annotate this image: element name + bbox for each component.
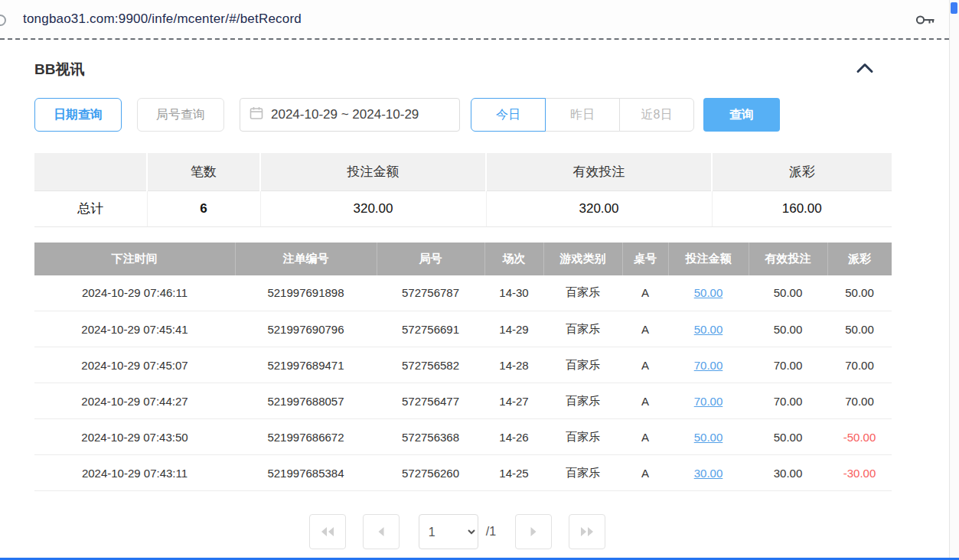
page-select[interactable]: 1 (419, 514, 478, 549)
table-no-cell: A (622, 383, 668, 419)
summary-bet-amount-value: 320.00 (260, 190, 486, 226)
valid-bet-cell: 50.00 (749, 419, 827, 455)
bet-time-cell: 2024-10-29 07:43:50 (34, 419, 235, 455)
bet-amount-link[interactable]: 50.00 (694, 286, 723, 299)
session-cell: 14-28 (484, 347, 543, 383)
bet-amount-link[interactable]: 70.00 (694, 395, 723, 408)
payout-cell: -30.00 (827, 455, 892, 491)
table-row: 2024-10-29 07:44:27521997688057572756477… (34, 383, 892, 419)
scrollbar-thumb[interactable] (951, 2, 957, 14)
table-row: 2024-10-29 07:43:11521997685384572756260… (34, 455, 892, 491)
bet-amount-link[interactable]: 30.00 (694, 467, 723, 480)
round-id-cell: 572756691 (377, 311, 484, 347)
url-text[interactable]: tongbao31.com:9900/infe/mcenter/#/betRec… (23, 11, 302, 27)
table-row: 2024-10-29 07:43:50521997686672572756368… (34, 419, 892, 455)
session-cell: 14-29 (484, 311, 543, 347)
quick-date-button-group: 今日 昨日 近8日 (471, 98, 694, 132)
session-cell: 14-26 (484, 419, 543, 455)
payout-cell: -50.00 (827, 419, 892, 455)
previous-page-button[interactable] (363, 514, 400, 549)
summary-header-bet-amount: 投注金额 (260, 153, 486, 190)
game-type-cell: 百家乐 (543, 383, 622, 419)
panel-header: BB视讯 (34, 60, 880, 80)
yesterday-button[interactable]: 昨日 (545, 98, 620, 132)
col-header-payout: 派彩 (827, 243, 892, 275)
last-page-button[interactable] (569, 514, 605, 549)
valid-bet-cell: 70.00 (749, 347, 827, 383)
bet-amount-cell: 30.00 (668, 455, 749, 491)
summary-header-payout: 派彩 (712, 153, 892, 190)
password-key-icon[interactable] (915, 15, 935, 28)
session-cell: 14-30 (484, 275, 543, 311)
payout-cell: 70.00 (827, 383, 892, 419)
first-page-button[interactable] (309, 514, 346, 549)
date-range-picker[interactable]: 2024-10-29 ~ 2024-10-29 (240, 98, 460, 132)
order-id-cell: 521997691898 (235, 275, 377, 311)
table-row: 2024-10-29 07:46:11521997691898572756787… (34, 275, 892, 311)
col-header-valid-bet: 有效投注 (749, 243, 827, 275)
valid-bet-cell: 50.00 (749, 311, 827, 347)
bet-amount-cell: 50.00 (668, 311, 749, 347)
game-type-cell: 百家乐 (543, 311, 622, 347)
summary-header-row: 笔数 投注金额 有效投注 派彩 (34, 153, 892, 190)
panel-title: BB视讯 (34, 60, 84, 80)
order-id-cell: 521997688057 (235, 383, 377, 419)
order-id-cell: 521997685384 (235, 455, 377, 491)
col-header-bet-amount: 投注金额 (668, 243, 749, 275)
today-button[interactable]: 今日 (471, 98, 546, 132)
round-id-cell: 572756582 (377, 347, 484, 383)
col-header-bet-time: 下注时间 (34, 243, 235, 275)
scrollbar[interactable] (949, 0, 959, 560)
clipped-favicon-icon (0, 15, 6, 26)
bet-time-cell: 2024-10-29 07:43:11 (34, 455, 235, 491)
valid-bet-cell: 50.00 (749, 275, 827, 311)
payout-cell: 50.00 (827, 311, 892, 347)
bet-amount-cell: 70.00 (668, 347, 749, 383)
bet-amount-cell: 70.00 (668, 383, 749, 419)
next-page-button[interactable] (515, 514, 552, 549)
browser-url-bar: tongbao31.com:9900/infe/mcenter/#/betRec… (0, 0, 949, 40)
game-type-cell: 百家乐 (543, 455, 622, 491)
bet-amount-cell: 50.00 (668, 275, 749, 311)
table-no-cell: A (622, 419, 668, 455)
summary-table: 笔数 投注金额 有效投注 派彩 总计 6 320.00 320.00 160.0… (34, 153, 892, 227)
date-query-tab[interactable]: 日期查询 (34, 98, 122, 132)
payout-cell: 50.00 (827, 275, 892, 311)
bet-time-cell: 2024-10-29 07:45:07 (34, 347, 235, 383)
table-row: 2024-10-29 07:45:41521997690796572756691… (34, 311, 892, 347)
search-button[interactable]: 查询 (703, 98, 780, 132)
col-header-order-id: 注单编号 (235, 243, 377, 275)
round-id-cell: 572756477 (377, 383, 484, 419)
game-type-cell: 百家乐 (543, 347, 622, 383)
table-no-cell: A (622, 455, 668, 491)
table-row: 2024-10-29 07:45:07521997689471572756582… (34, 347, 892, 383)
valid-bet-cell: 70.00 (749, 383, 827, 419)
calendar-icon (250, 106, 263, 124)
bet-time-cell: 2024-10-29 07:46:11 (34, 275, 235, 311)
bet-amount-link[interactable]: 50.00 (694, 323, 723, 336)
bet-table-body: 2024-10-29 07:46:11521997691898572756787… (34, 275, 892, 491)
last-8-days-button[interactable]: 近8日 (619, 98, 694, 132)
summary-valid-bet-value: 320.00 (486, 190, 712, 226)
bet-amount-link[interactable]: 50.00 (694, 431, 723, 444)
bet-amount-link[interactable]: 70.00 (694, 359, 723, 372)
order-id-cell: 521997690796 (235, 311, 377, 347)
round-id-cell: 572756787 (377, 275, 484, 311)
order-id-cell: 521997686672 (235, 419, 377, 455)
collapse-chevron-up-icon[interactable] (856, 63, 874, 77)
game-type-cell: 百家乐 (543, 419, 622, 455)
bet-amount-cell: 50.00 (668, 419, 749, 455)
round-id-cell: 572756368 (377, 419, 484, 455)
col-header-round-id: 局号 (377, 243, 484, 275)
bet-record-table: 下注时间 注单编号 局号 场次 游戏类别 桌号 投注金额 有效投注 派彩 202… (34, 243, 892, 492)
summary-header-blank (34, 153, 147, 190)
summary-count-value: 6 (147, 190, 260, 226)
table-no-cell: A (622, 311, 668, 347)
order-id-cell: 521997689471 (235, 347, 377, 383)
col-header-game-type: 游戏类别 (543, 243, 622, 275)
game-type-cell: 百家乐 (543, 275, 622, 311)
page-total: /1 (486, 525, 496, 539)
session-cell: 14-27 (484, 383, 543, 419)
pagination: 1 /1 (34, 514, 880, 549)
round-query-tab[interactable]: 局号查询 (137, 98, 224, 132)
